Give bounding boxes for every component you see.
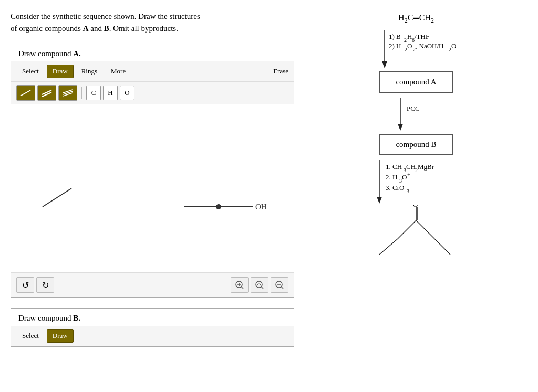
svg-line-18 xyxy=(282,287,284,289)
arrow-step2: 1. CH 3 CH 2 MgBr 2. H 3 O + 3. CrO 3 xyxy=(364,157,469,205)
toolbar: Select Draw Rings More Erase xyxy=(11,61,294,82)
svg-text:/THF: /THF xyxy=(415,33,429,40)
question-text: Consider the synthetic sequence shown. D… xyxy=(11,10,294,34)
triple-bond-icon xyxy=(62,88,74,98)
zoom-reset-icon xyxy=(255,280,264,290)
erase-button[interactable]: Erase xyxy=(273,67,288,76)
draw-compound-a-title: Draw compound A. xyxy=(11,44,294,61)
rings-button[interactable]: Rings xyxy=(76,65,103,78)
svg-line-2 xyxy=(42,92,51,97)
draw-button-b[interactable]: Draw xyxy=(47,329,74,343)
zoom-out-icon xyxy=(275,280,284,290)
svg-point-8 xyxy=(216,204,221,209)
svg-text:2) H: 2) H xyxy=(389,42,401,50)
zoom-reset-button[interactable] xyxy=(251,277,268,293)
reaction-diagram: H2C═CH2 1) B 2 H 6 /THF 2) H 2 O 2 , NaO… xyxy=(305,10,527,262)
svg-text:O: O xyxy=(451,42,456,50)
undo-button[interactable]: ↺ xyxy=(16,277,34,293)
redo-button[interactable]: ↻ xyxy=(36,277,54,293)
compound-a-box: compound A xyxy=(379,71,453,93)
svg-line-0 xyxy=(21,90,30,96)
draw-compound-b-title: Draw compound B. xyxy=(11,309,294,326)
draw-button[interactable]: Draw xyxy=(47,65,74,78)
product-structure: O xyxy=(369,205,463,262)
svg-text:PCC: PCC xyxy=(407,104,420,112)
more-button[interactable]: More xyxy=(105,65,131,78)
select-button[interactable]: Select xyxy=(16,65,45,78)
svg-line-54 xyxy=(416,220,434,239)
arrow-pcc: PCC xyxy=(385,95,448,132)
svg-line-53 xyxy=(379,239,398,255)
arrow-step1: 1) B 2 H 6 /THF 2) H 2 O 2 , NaOH/H 2 O xyxy=(369,27,463,69)
carbon-button[interactable]: C xyxy=(86,86,101,100)
molecule-svg-a: OH xyxy=(11,104,294,272)
triple-bond-button[interactable] xyxy=(58,85,77,101)
svg-text:, NaOH/H: , NaOH/H xyxy=(416,42,443,50)
svg-marker-34 xyxy=(398,124,403,131)
zoom-controls xyxy=(231,277,288,293)
svg-text:O: O xyxy=(402,173,407,181)
zoom-out-button[interactable] xyxy=(271,277,288,293)
svg-line-5 xyxy=(63,93,73,96)
toolbar-separator xyxy=(81,87,82,99)
draw-compound-b-box: Draw compound B. Select Draw xyxy=(11,308,294,347)
compound-b-box: compound B xyxy=(379,134,453,155)
svg-line-1 xyxy=(42,90,51,94)
right-panel: H2C═CH2 1) B 2 H 6 /THF 2) H 2 O 2 , NaO… xyxy=(305,10,527,382)
svg-text:OH: OH xyxy=(255,203,267,211)
double-bond-icon xyxy=(41,88,53,98)
svg-text:+: + xyxy=(407,171,410,177)
svg-text:O: O xyxy=(407,42,412,50)
starting-material: H2C═CH2 xyxy=(398,13,434,25)
svg-line-3 xyxy=(63,90,73,93)
single-bond-button[interactable] xyxy=(16,85,35,101)
zoom-in-button[interactable] xyxy=(231,277,249,293)
svg-line-52 xyxy=(398,220,416,239)
svg-line-4 xyxy=(63,91,73,94)
svg-text:H: H xyxy=(407,33,412,40)
bottom-controls: ↺ ↻ xyxy=(11,272,294,297)
svg-text:3: 3 xyxy=(407,188,409,194)
svg-text:2: 2 xyxy=(404,37,407,43)
svg-line-13 xyxy=(242,287,244,289)
svg-line-55 xyxy=(434,239,450,255)
toolbar-b: Select Draw xyxy=(11,326,294,346)
svg-text:O: O xyxy=(413,205,418,208)
oxygen-button[interactable]: O xyxy=(120,86,134,100)
hydrogen-button[interactable]: H xyxy=(103,86,118,100)
svg-text:1. CH: 1. CH xyxy=(386,163,402,171)
draw-compound-a-box: Draw compound A. Select Draw Rings More … xyxy=(11,44,294,298)
draw-area-a[interactable]: OH xyxy=(11,104,294,272)
undo-redo-group: ↺ ↻ xyxy=(16,277,54,293)
left-panel: Consider the synthetic sequence shown. D… xyxy=(11,10,294,382)
svg-text:MgBr: MgBr xyxy=(418,163,434,171)
svg-point-14 xyxy=(256,281,262,288)
bond-row: C H O xyxy=(11,82,294,104)
select-button-b[interactable]: Select xyxy=(16,329,45,343)
zoom-in-icon xyxy=(235,280,244,290)
svg-text:1) B: 1) B xyxy=(389,33,401,40)
svg-marker-20 xyxy=(382,61,387,68)
svg-line-6 xyxy=(43,188,71,207)
svg-line-15 xyxy=(262,287,264,289)
single-bond-icon xyxy=(20,88,32,98)
svg-text:2. H: 2. H xyxy=(386,173,397,181)
svg-marker-37 xyxy=(377,197,382,204)
double-bond-button[interactable] xyxy=(37,85,56,101)
svg-text:3. CrO: 3. CrO xyxy=(386,184,404,192)
svg-text:CH: CH xyxy=(406,163,416,171)
